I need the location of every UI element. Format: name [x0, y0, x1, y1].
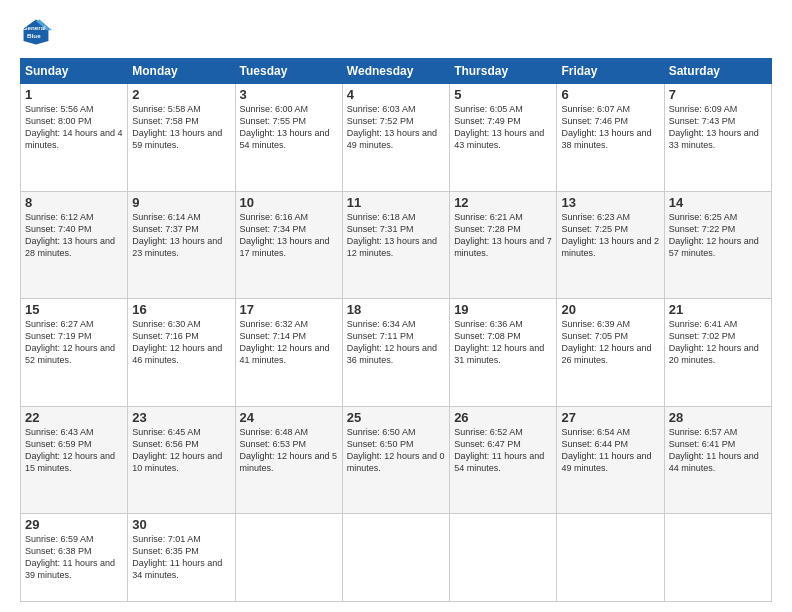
day-number: 16 — [132, 302, 230, 317]
day-number: 8 — [25, 195, 123, 210]
calendar-cell: 27Sunrise: 6:54 AMSunset: 6:44 PMDayligh… — [557, 406, 664, 514]
calendar-cell — [557, 514, 664, 602]
cell-info: Sunrise: 6:54 AMSunset: 6:44 PMDaylight:… — [561, 426, 659, 475]
calendar-cell: 5Sunrise: 6:05 AMSunset: 7:49 PMDaylight… — [450, 84, 557, 192]
calendar-header-saturday: Saturday — [664, 59, 771, 84]
cell-info: Sunrise: 6:27 AMSunset: 7:19 PMDaylight:… — [25, 318, 123, 367]
cell-info: Sunrise: 6:21 AMSunset: 7:28 PMDaylight:… — [454, 211, 552, 260]
calendar-cell: 3Sunrise: 6:00 AMSunset: 7:55 PMDaylight… — [235, 84, 342, 192]
day-number: 24 — [240, 410, 338, 425]
day-number: 30 — [132, 517, 230, 532]
calendar-week-row: 8Sunrise: 6:12 AMSunset: 7:40 PMDaylight… — [21, 191, 772, 299]
cell-info: Sunrise: 6:00 AMSunset: 7:55 PMDaylight:… — [240, 103, 338, 152]
calendar-header-friday: Friday — [557, 59, 664, 84]
day-number: 29 — [25, 517, 123, 532]
calendar-cell — [450, 514, 557, 602]
cell-info: Sunrise: 6:12 AMSunset: 7:40 PMDaylight:… — [25, 211, 123, 260]
calendar-cell: 10Sunrise: 6:16 AMSunset: 7:34 PMDayligh… — [235, 191, 342, 299]
cell-info: Sunrise: 6:14 AMSunset: 7:37 PMDaylight:… — [132, 211, 230, 260]
calendar-cell: 30Sunrise: 7:01 AMSunset: 6:35 PMDayligh… — [128, 514, 235, 602]
calendar-week-row: 29Sunrise: 6:59 AMSunset: 6:38 PMDayligh… — [21, 514, 772, 602]
page: General Blue SundayMondayTuesdayWednesda… — [0, 0, 792, 612]
calendar-cell — [235, 514, 342, 602]
day-number: 4 — [347, 87, 445, 102]
cell-info: Sunrise: 6:39 AMSunset: 7:05 PMDaylight:… — [561, 318, 659, 367]
day-number: 15 — [25, 302, 123, 317]
cell-info: Sunrise: 6:52 AMSunset: 6:47 PMDaylight:… — [454, 426, 552, 475]
calendar-header-thursday: Thursday — [450, 59, 557, 84]
cell-info: Sunrise: 5:58 AMSunset: 7:58 PMDaylight:… — [132, 103, 230, 152]
day-number: 21 — [669, 302, 767, 317]
day-number: 7 — [669, 87, 767, 102]
cell-info: Sunrise: 6:09 AMSunset: 7:43 PMDaylight:… — [669, 103, 767, 152]
cell-info: Sunrise: 6:05 AMSunset: 7:49 PMDaylight:… — [454, 103, 552, 152]
svg-text:Blue: Blue — [27, 32, 41, 39]
day-number: 2 — [132, 87, 230, 102]
day-number: 19 — [454, 302, 552, 317]
calendar-cell: 23Sunrise: 6:45 AMSunset: 6:56 PMDayligh… — [128, 406, 235, 514]
cell-info: Sunrise: 6:25 AMSunset: 7:22 PMDaylight:… — [669, 211, 767, 260]
cell-info: Sunrise: 6:16 AMSunset: 7:34 PMDaylight:… — [240, 211, 338, 260]
calendar-cell: 11Sunrise: 6:18 AMSunset: 7:31 PMDayligh… — [342, 191, 449, 299]
day-number: 6 — [561, 87, 659, 102]
cell-info: Sunrise: 6:45 AMSunset: 6:56 PMDaylight:… — [132, 426, 230, 475]
cell-info: Sunrise: 6:34 AMSunset: 7:11 PMDaylight:… — [347, 318, 445, 367]
calendar-cell: 28Sunrise: 6:57 AMSunset: 6:41 PMDayligh… — [664, 406, 771, 514]
calendar-header-tuesday: Tuesday — [235, 59, 342, 84]
calendar-cell: 20Sunrise: 6:39 AMSunset: 7:05 PMDayligh… — [557, 299, 664, 407]
cell-info: Sunrise: 7:01 AMSunset: 6:35 PMDaylight:… — [132, 533, 230, 582]
day-number: 17 — [240, 302, 338, 317]
calendar-cell: 8Sunrise: 6:12 AMSunset: 7:40 PMDaylight… — [21, 191, 128, 299]
day-number: 13 — [561, 195, 659, 210]
calendar-header-sunday: Sunday — [21, 59, 128, 84]
calendar-cell: 1Sunrise: 5:56 AMSunset: 8:00 PMDaylight… — [21, 84, 128, 192]
cell-info: Sunrise: 6:57 AMSunset: 6:41 PMDaylight:… — [669, 426, 767, 475]
calendar-cell: 2Sunrise: 5:58 AMSunset: 7:58 PMDaylight… — [128, 84, 235, 192]
calendar-cell: 25Sunrise: 6:50 AMSunset: 6:50 PMDayligh… — [342, 406, 449, 514]
day-number: 27 — [561, 410, 659, 425]
cell-info: Sunrise: 6:18 AMSunset: 7:31 PMDaylight:… — [347, 211, 445, 260]
logo: General Blue — [20, 16, 56, 48]
cell-info: Sunrise: 6:48 AMSunset: 6:53 PMDaylight:… — [240, 426, 338, 475]
calendar-header-row: SundayMondayTuesdayWednesdayThursdayFrid… — [21, 59, 772, 84]
day-number: 28 — [669, 410, 767, 425]
calendar-cell: 22Sunrise: 6:43 AMSunset: 6:59 PMDayligh… — [21, 406, 128, 514]
calendar-cell: 29Sunrise: 6:59 AMSunset: 6:38 PMDayligh… — [21, 514, 128, 602]
calendar-cell: 15Sunrise: 6:27 AMSunset: 7:19 PMDayligh… — [21, 299, 128, 407]
calendar-cell: 7Sunrise: 6:09 AMSunset: 7:43 PMDaylight… — [664, 84, 771, 192]
calendar-cell: 21Sunrise: 6:41 AMSunset: 7:02 PMDayligh… — [664, 299, 771, 407]
cell-info: Sunrise: 6:50 AMSunset: 6:50 PMDaylight:… — [347, 426, 445, 475]
calendar-cell: 19Sunrise: 6:36 AMSunset: 7:08 PMDayligh… — [450, 299, 557, 407]
calendar-cell — [664, 514, 771, 602]
cell-info: Sunrise: 6:32 AMSunset: 7:14 PMDaylight:… — [240, 318, 338, 367]
calendar-week-row: 22Sunrise: 6:43 AMSunset: 6:59 PMDayligh… — [21, 406, 772, 514]
cell-info: Sunrise: 6:41 AMSunset: 7:02 PMDaylight:… — [669, 318, 767, 367]
calendar-cell: 4Sunrise: 6:03 AMSunset: 7:52 PMDaylight… — [342, 84, 449, 192]
cell-info: Sunrise: 6:43 AMSunset: 6:59 PMDaylight:… — [25, 426, 123, 475]
calendar-table: SundayMondayTuesdayWednesdayThursdayFrid… — [20, 58, 772, 602]
calendar-cell — [342, 514, 449, 602]
day-number: 11 — [347, 195, 445, 210]
day-number: 18 — [347, 302, 445, 317]
calendar-cell: 17Sunrise: 6:32 AMSunset: 7:14 PMDayligh… — [235, 299, 342, 407]
day-number: 3 — [240, 87, 338, 102]
day-number: 12 — [454, 195, 552, 210]
day-number: 14 — [669, 195, 767, 210]
day-number: 25 — [347, 410, 445, 425]
day-number: 10 — [240, 195, 338, 210]
calendar-cell: 26Sunrise: 6:52 AMSunset: 6:47 PMDayligh… — [450, 406, 557, 514]
cell-info: Sunrise: 5:56 AMSunset: 8:00 PMDaylight:… — [25, 103, 123, 152]
calendar-cell: 13Sunrise: 6:23 AMSunset: 7:25 PMDayligh… — [557, 191, 664, 299]
day-number: 20 — [561, 302, 659, 317]
day-number: 5 — [454, 87, 552, 102]
svg-text:General: General — [23, 24, 46, 31]
calendar-cell: 9Sunrise: 6:14 AMSunset: 7:37 PMDaylight… — [128, 191, 235, 299]
day-number: 1 — [25, 87, 123, 102]
cell-info: Sunrise: 6:03 AMSunset: 7:52 PMDaylight:… — [347, 103, 445, 152]
day-number: 9 — [132, 195, 230, 210]
calendar-cell: 18Sunrise: 6:34 AMSunset: 7:11 PMDayligh… — [342, 299, 449, 407]
cell-info: Sunrise: 6:36 AMSunset: 7:08 PMDaylight:… — [454, 318, 552, 367]
calendar-cell: 24Sunrise: 6:48 AMSunset: 6:53 PMDayligh… — [235, 406, 342, 514]
day-number: 22 — [25, 410, 123, 425]
calendar-cell: 14Sunrise: 6:25 AMSunset: 7:22 PMDayligh… — [664, 191, 771, 299]
